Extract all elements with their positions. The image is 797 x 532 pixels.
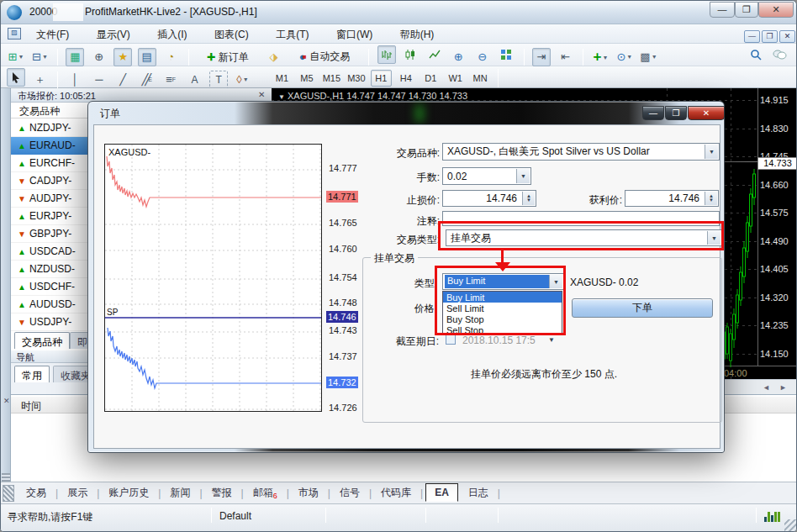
search-icon[interactable] [747, 45, 765, 64]
minimize-button[interactable]: — [710, 2, 735, 18]
scroll-right-icon[interactable]: ► [779, 383, 787, 392]
menu-window[interactable]: 窗口(W) [325, 24, 384, 45]
expiry-label: 截至期日: [363, 334, 439, 349]
timeframe-h1[interactable]: H1 [371, 70, 392, 87]
collapse-icon[interactable]: ▼ [278, 93, 285, 101]
channel-icon[interactable]: ╱╱E [138, 71, 156, 89]
tab-exposure[interactable]: 展示 [64, 484, 91, 502]
tab-trade[interactable]: 交易 [23, 484, 50, 502]
auto-scroll-icon[interactable]: ⇥ [532, 48, 551, 66]
menu-view[interactable]: 显示(V) [85, 24, 142, 45]
auto-trading-button[interactable]: ●■ 自动交易 [288, 48, 361, 66]
timeframe-h4[interactable]: H4 [395, 70, 416, 87]
arrows-icon[interactable]: ◊▼ [234, 71, 252, 89]
tab-journal[interactable]: 日志 [465, 484, 492, 502]
market-watch-close-icon[interactable]: ✕ [258, 90, 265, 99]
down-arrow-icon: ▼ [18, 194, 29, 203]
tab-common[interactable]: 常用 [14, 366, 50, 382]
menu-tools[interactable]: 工具(T) [264, 24, 320, 45]
take-profit-spinner[interactable]: 14.746▲▼ [625, 190, 719, 207]
chevron-down-icon[interactable]: ▼ [516, 169, 530, 183]
dialog-close-button[interactable]: ✕ [688, 106, 725, 120]
close-button[interactable]: ✕ [758, 2, 794, 18]
tab-market[interactable]: 市场 [295, 484, 322, 502]
terminal-close-icon[interactable]: ✕ [3, 397, 10, 405]
market-watch-icon[interactable]: ▦ [66, 48, 84, 66]
menu-charts[interactable]: 图表(C) [203, 24, 261, 45]
vertical-line-icon[interactable]: │ [66, 71, 84, 89]
strategy-tester-icon[interactable]: ◔ [161, 48, 180, 66]
trendline-icon[interactable]: ╱ [113, 71, 132, 89]
expiry-checkbox[interactable] [446, 334, 456, 345]
sl-price-label: 14.746 [326, 311, 358, 323]
crosshair-icon[interactable]: ＋ [30, 71, 49, 89]
timeframe-m15[interactable]: M15 [321, 70, 342, 87]
tick-price: 14.765 [329, 218, 357, 228]
mdi-restore-button[interactable]: ❐ [762, 30, 778, 43]
new-chart-icon[interactable]: ⊞▼ [7, 48, 25, 66]
spinner-arrows-icon[interactable]: ▲▼ [522, 192, 535, 205]
panel-grip-icon[interactable] [3, 485, 14, 502]
tick-chart-symbol: XAGUSD- [108, 147, 150, 157]
dialog-restore-button[interactable]: ❐ [665, 106, 687, 120]
maximize-button[interactable]: ❐ [735, 2, 758, 18]
tab-signals[interactable]: 信号 [336, 484, 363, 502]
resize-grip[interactable] [784, 519, 796, 531]
expiry-dropdown-icon[interactable]: ▼ [548, 336, 555, 344]
chat-icon[interactable] [770, 45, 789, 64]
timeframe-mn[interactable]: MN [470, 70, 491, 87]
tab-alerts[interactable]: 警报 [208, 484, 235, 502]
tab-mailbox[interactable]: 邮箱6 [250, 484, 281, 502]
tab-symbols[interactable]: 交易品种 [14, 332, 70, 349]
time-column-header[interactable]: 时间 [21, 399, 41, 413]
timeframe-m1[interactable]: M1 [272, 70, 293, 87]
bar-chart-icon[interactable] [377, 45, 396, 64]
line-chart-icon[interactable] [425, 45, 444, 64]
timeframe-d1[interactable]: D1 [420, 70, 441, 87]
horizontal-line-icon[interactable]: ─ [90, 71, 108, 89]
timeframe-w1[interactable]: W1 [445, 70, 466, 87]
candlestick-chart-icon[interactable] [401, 45, 420, 64]
tab-ea-active[interactable]: EA [425, 483, 458, 502]
scroll-left-icon[interactable]: ◄ [763, 383, 770, 392]
tab-code-base[interactable]: 代码库 [377, 484, 414, 502]
place-order-button[interactable]: 下单 [572, 298, 713, 318]
zoom-out-icon[interactable]: ⊖ [473, 48, 492, 66]
spinner-arrows-icon[interactable]: ▲▼ [705, 192, 717, 205]
menu-help[interactable]: 帮助(H) [388, 24, 446, 45]
mdi-close-button[interactable]: ✕ [779, 30, 795, 43]
tab-account-history[interactable]: 账户历史 [105, 484, 152, 502]
menu-file[interactable]: 文件(F) [24, 24, 81, 45]
window-title: ProfitMarketHK-Live2 - [XAGUSD-,H1] [85, 6, 257, 18]
dialog-minimize-button[interactable]: — [642, 106, 664, 120]
timeframe-m30[interactable]: M30 [346, 70, 367, 87]
data-window-icon[interactable]: ⊕ [90, 48, 108, 66]
chevron-down-icon[interactable]: ▼ [705, 145, 718, 159]
mdi-minimize-button[interactable]: — [744, 30, 760, 43]
navigator-icon[interactable]: ★ [113, 48, 132, 66]
indicators-icon[interactable]: 🞥▼ [591, 48, 610, 66]
stop-loss-spinner[interactable]: 14.746▲▼ [442, 190, 536, 207]
tab-news[interactable]: 新闻 [166, 484, 193, 502]
fibonacci-icon[interactable]: ≡F [161, 71, 180, 89]
timeframe-m5[interactable]: M5 [296, 70, 317, 87]
tick-price: 14.726 [329, 403, 357, 413]
dialog-content: XAGUSD- SP 14.777 14.771 14.765 14.760 1… [93, 124, 720, 449]
templates-icon[interactable]: ▩▼ [639, 48, 657, 66]
text-icon[interactable]: A [186, 71, 204, 89]
chart-shift-icon[interactable]: ⇤ [557, 48, 575, 66]
menu-insert[interactable]: 插入(I) [145, 24, 198, 45]
periods-icon[interactable]: ⊙▼ [615, 48, 634, 66]
tick-chart: XAGUSD- SP [104, 144, 322, 412]
tile-windows-icon[interactable] [497, 45, 515, 64]
new-order-button[interactable]: 🞥 新订单 [197, 48, 259, 66]
status-profile[interactable]: Default [219, 510, 251, 522]
profiles-icon[interactable]: ⊟▼ [30, 48, 49, 66]
cursor-icon[interactable] [7, 68, 25, 87]
symbol-combobox[interactable]: XAGUSD-, 白银美元 Spot Silver vs US Dollar▼ [442, 143, 720, 161]
text-label-icon[interactable]: T [209, 71, 228, 89]
metaeditor-icon[interactable]: ⬗ [265, 48, 283, 66]
volume-combobox[interactable]: 0.02▼ [442, 167, 531, 185]
zoom-in-icon[interactable]: ⊕ [449, 48, 467, 66]
terminal-icon[interactable]: ▤ [138, 48, 156, 66]
